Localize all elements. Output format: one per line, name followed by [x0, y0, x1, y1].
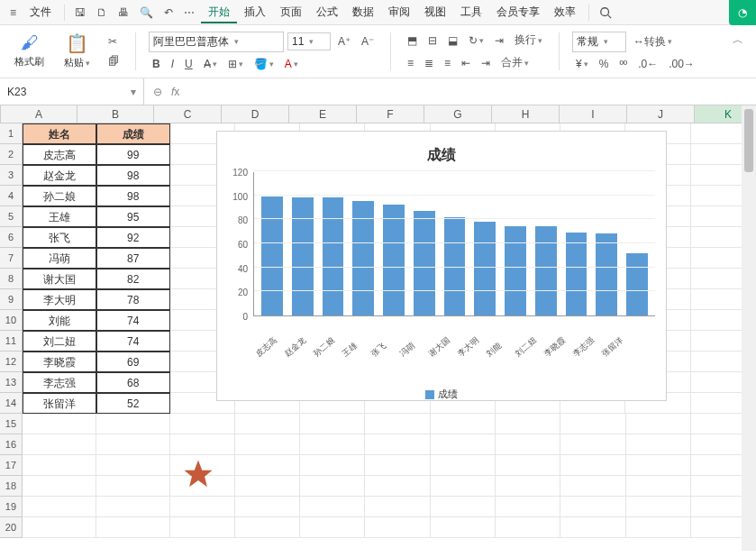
cell[interactable] [431, 517, 496, 538]
cell[interactable] [96, 497, 170, 517]
row-header[interactable]: 3 [0, 165, 23, 186]
cell[interactable] [560, 517, 625, 538]
cell[interactable] [626, 455, 691, 476]
cell[interactable] [235, 414, 300, 434]
underline-button[interactable]: U [181, 56, 196, 72]
cell[interactable]: 李大明 [23, 289, 96, 310]
cell[interactable] [626, 476, 691, 497]
print-icon[interactable]: 🖶 [114, 3, 133, 23]
comma-icon[interactable]: ºº [615, 56, 631, 72]
indent-left-icon[interactable]: ⇤ [458, 55, 474, 71]
cell[interactable] [496, 414, 560, 434]
row-header[interactable]: 20 [0, 517, 23, 538]
convert-button[interactable]: ↔ 转换 [630, 32, 676, 51]
cell[interactable] [560, 497, 625, 517]
strike-button[interactable]: A̶ [200, 56, 221, 72]
cell[interactable] [560, 414, 625, 434]
decrease-decimal-icon[interactable]: .0← [634, 56, 661, 72]
cell[interactable] [431, 476, 496, 497]
cell[interactable] [23, 434, 96, 455]
tab-工具[interactable]: 工具 [453, 2, 489, 22]
tab-会员专享[interactable]: 会员专享 [489, 2, 547, 22]
tab-开始[interactable]: 开始 [201, 2, 237, 23]
number-format-selector[interactable]: 常规 [572, 32, 626, 52]
row-header[interactable]: 8 [0, 269, 23, 289]
col-header-B[interactable]: B [77, 105, 154, 123]
cell[interactable]: 谢大国 [23, 269, 96, 289]
cut-icon[interactable]: ✂ [105, 33, 121, 50]
row-header[interactable]: 1 [0, 123, 23, 144]
row-header[interactable]: 7 [0, 248, 23, 269]
italic-button[interactable]: I [168, 56, 178, 72]
cell[interactable] [496, 434, 560, 455]
cell[interactable]: 78 [96, 289, 170, 310]
cell[interactable]: 张留洋 [23, 393, 96, 414]
cell[interactable] [96, 517, 170, 538]
cell[interactable] [23, 497, 96, 517]
cell[interactable]: 张飞 [23, 227, 96, 248]
bold-button[interactable]: B [149, 56, 164, 72]
cell[interactable] [300, 455, 365, 476]
cell[interactable] [96, 414, 170, 434]
cancel-icon[interactable]: ⊖ [153, 86, 162, 98]
cell[interactable] [431, 414, 496, 434]
row-header[interactable]: 13 [0, 372, 23, 393]
increase-decimal-icon[interactable]: .00→ [665, 56, 698, 72]
row-header[interactable]: 4 [0, 186, 23, 206]
align-right-icon[interactable]: ≡ [441, 55, 454, 71]
star-shape[interactable] [183, 459, 214, 489]
row-header[interactable]: 10 [0, 310, 23, 331]
col-header-J[interactable]: J [627, 105, 695, 123]
cell[interactable] [23, 414, 96, 434]
search-icon[interactable] [595, 3, 616, 23]
row-header[interactable]: 2 [0, 144, 23, 165]
cell[interactable]: 李晓霞 [23, 352, 96, 372]
cell[interactable] [496, 517, 560, 538]
row-header[interactable]: 16 [0, 434, 23, 455]
cell[interactable] [365, 517, 430, 538]
scrollbar-thumb[interactable] [744, 109, 753, 172]
cell[interactable]: 99 [96, 144, 170, 165]
app-menu-icon[interactable]: ≡ [5, 3, 21, 23]
cell[interactable]: 成绩 [96, 123, 170, 144]
cell[interactable] [170, 517, 235, 538]
cell[interactable] [170, 497, 235, 517]
cell[interactable]: 52 [96, 393, 170, 414]
align-left-icon[interactable]: ≡ [404, 55, 417, 71]
print-preview-icon[interactable]: 🗋 [92, 3, 112, 23]
percent-icon[interactable]: % [596, 56, 613, 72]
cell[interactable] [300, 434, 365, 455]
cell[interactable]: 69 [96, 352, 170, 372]
cell[interactable]: 王雄 [23, 206, 96, 227]
col-header-G[interactable]: G [424, 105, 492, 123]
fill-color-button[interactable]: 🪣 [250, 56, 278, 72]
cell[interactable] [96, 434, 170, 455]
cell[interactable] [560, 434, 625, 455]
cell[interactable]: 皮志高 [23, 144, 96, 165]
cell[interactable] [235, 517, 300, 538]
align-middle-icon[interactable]: ⊟ [424, 32, 441, 49]
row-header[interactable]: 18 [0, 476, 23, 497]
col-header-E[interactable]: E [289, 105, 357, 123]
cell[interactable]: 74 [96, 331, 170, 352]
cell[interactable] [626, 414, 691, 434]
increase-font-icon[interactable]: A⁺ [334, 33, 354, 50]
cell[interactable] [170, 414, 235, 434]
cell[interactable]: 87 [96, 248, 170, 269]
indent-right-icon[interactable]: ⇥ [478, 55, 494, 71]
cell[interactable] [23, 476, 96, 497]
tab-审阅[interactable]: 审阅 [381, 2, 417, 22]
col-header-F[interactable]: F [357, 105, 424, 123]
wrap-text-icon[interactable]: ⇥ [491, 32, 507, 49]
cell[interactable] [23, 517, 96, 538]
cell[interactable] [560, 476, 625, 497]
row-header[interactable]: 15 [0, 414, 23, 434]
cloud-tab-icon[interactable]: ◔ [729, 0, 756, 25]
row-header[interactable]: 6 [0, 227, 23, 248]
row-header[interactable]: 11 [0, 331, 23, 352]
col-header-C[interactable]: C [154, 105, 222, 123]
cell[interactable]: 98 [96, 186, 170, 206]
cell[interactable] [626, 434, 691, 455]
orientation-icon[interactable]: ↻ [465, 32, 487, 49]
paste-button[interactable]: 📋 粘贴 [59, 31, 96, 72]
